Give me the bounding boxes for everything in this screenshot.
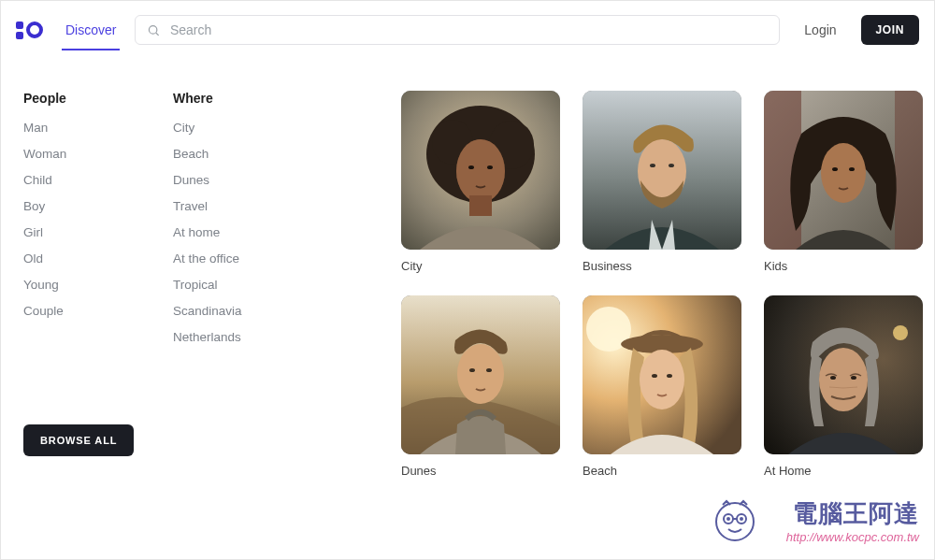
card-label: City xyxy=(401,259,560,273)
thumb-dunes xyxy=(401,295,560,454)
filter-item-man[interactable]: Man xyxy=(23,121,117,135)
category-grid: City xyxy=(401,91,923,478)
header: Discover Login JOIN xyxy=(1,1,934,50)
search-input[interactable] xyxy=(170,22,768,37)
filter-item-child[interactable]: Child xyxy=(23,173,117,187)
svg-point-35 xyxy=(893,325,908,340)
svg-point-25 xyxy=(457,344,504,404)
filter-item-woman[interactable]: Woman xyxy=(23,147,117,161)
svg-point-40 xyxy=(724,514,733,524)
svg-rect-20 xyxy=(895,91,923,250)
svg-point-44 xyxy=(740,517,743,521)
svg-point-10 xyxy=(487,165,493,169)
filter-item-girl[interactable]: Girl xyxy=(23,225,117,239)
svg-point-37 xyxy=(830,376,836,380)
svg-line-1 xyxy=(156,33,159,36)
filter-heading-where: Where xyxy=(173,91,266,106)
filter-item-dunes[interactable]: Dunes xyxy=(173,173,266,187)
svg-point-23 xyxy=(849,167,855,171)
search-field[interactable] xyxy=(135,15,780,45)
svg-point-16 xyxy=(650,164,655,167)
portrait-image xyxy=(764,295,923,454)
portrait-image xyxy=(401,295,560,454)
thumb-at-home xyxy=(764,295,923,454)
svg-point-38 xyxy=(851,376,856,380)
svg-point-21 xyxy=(821,143,866,203)
filter-item-scandinavia[interactable]: Scandinavia xyxy=(173,304,266,318)
portrait-image xyxy=(583,295,741,454)
card-label: Dunes xyxy=(401,464,560,478)
svg-point-41 xyxy=(737,514,746,524)
svg-point-9 xyxy=(468,165,474,169)
watermark-url: http://www.kocpc.com.tw xyxy=(786,530,919,544)
filter-item-travel[interactable]: Travel xyxy=(173,199,266,213)
filter-col-people: People Man Woman Child Boy Girl Old Youn… xyxy=(23,91,117,478)
filter-item-beach[interactable]: Beach xyxy=(173,147,266,161)
card-at-home[interactable]: At Home xyxy=(764,295,923,478)
card-label: Beach xyxy=(583,464,741,478)
filter-item-at-home[interactable]: At home xyxy=(173,225,266,239)
filter-sidebar: People Man Woman Child Boy Girl Old Youn… xyxy=(23,91,379,478)
svg-point-33 xyxy=(667,374,672,378)
card-kids[interactable]: Kids xyxy=(764,91,923,273)
watermark-mascot-icon xyxy=(710,494,760,544)
filter-item-netherlands[interactable]: Netherlands xyxy=(173,330,266,344)
card-business[interactable]: Business xyxy=(583,91,741,273)
svg-point-36 xyxy=(819,348,868,411)
card-dunes[interactable]: Dunes xyxy=(401,295,560,478)
filter-col-where: Where City Beach Dunes Travel At home At… xyxy=(173,91,266,478)
watermark-text: 電腦王阿達 xyxy=(786,497,919,530)
portrait-image xyxy=(764,91,923,250)
thumb-beach xyxy=(583,295,741,454)
join-button[interactable]: JOIN xyxy=(861,15,919,45)
thumb-kids xyxy=(764,91,923,250)
filter-item-young[interactable]: Young xyxy=(23,278,117,292)
browse-all-button[interactable]: BROWSE ALL xyxy=(23,424,134,456)
search-icon xyxy=(147,23,160,37)
svg-point-26 xyxy=(469,368,475,372)
nav-discover[interactable]: Discover xyxy=(62,9,120,50)
filter-heading-people: People xyxy=(23,91,117,106)
login-link[interactable]: Login xyxy=(795,17,845,43)
filter-item-city[interactable]: City xyxy=(173,121,266,135)
main-content: People Man Woman Child Boy Girl Old Youn… xyxy=(1,50,934,478)
card-label: Kids xyxy=(764,259,923,273)
card-label: At Home xyxy=(764,464,923,478)
svg-rect-8 xyxy=(469,195,492,216)
thumb-business xyxy=(583,91,741,250)
card-beach[interactable]: Beach xyxy=(583,295,741,478)
svg-point-27 xyxy=(486,368,492,372)
filter-item-couple[interactable]: Couple xyxy=(23,304,117,318)
svg-point-7 xyxy=(456,139,505,203)
svg-point-32 xyxy=(652,374,657,378)
card-label: Business xyxy=(583,259,741,273)
svg-point-17 xyxy=(669,164,674,167)
filter-item-at-office[interactable]: At the office xyxy=(173,251,266,266)
svg-point-39 xyxy=(716,503,754,540)
thumb-city xyxy=(401,91,560,250)
svg-point-31 xyxy=(640,350,684,409)
card-city[interactable]: City xyxy=(401,91,560,273)
logo[interactable] xyxy=(16,22,47,39)
filter-item-tropical[interactable]: Tropical xyxy=(173,278,266,292)
watermark: 電腦王阿達 http://www.kocpc.com.tw xyxy=(786,497,919,544)
portrait-image xyxy=(583,91,741,250)
portrait-image xyxy=(401,91,560,250)
svg-point-22 xyxy=(832,167,838,171)
svg-point-43 xyxy=(726,517,730,521)
filter-item-old[interactable]: Old xyxy=(23,251,117,266)
svg-point-0 xyxy=(150,25,157,33)
filter-item-boy[interactable]: Boy xyxy=(23,199,117,213)
